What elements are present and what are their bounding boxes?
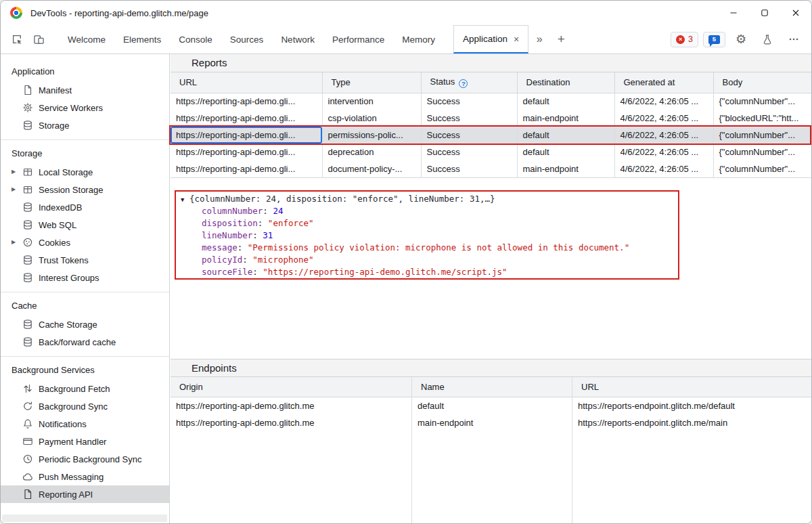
cell-type[interactable]: deprecation [322, 144, 421, 160]
cell-url[interactable]: https://reporting-api-demo.gli... [171, 160, 322, 177]
tab-application[interactable]: Application × [453, 25, 528, 53]
report-row[interactable]: https://reporting-api-demo.gli... docume… [171, 160, 811, 177]
cell-endpoint-origin[interactable]: https://reporting-api-demo.glitch.me [171, 397, 411, 414]
cell-endpoint-url[interactable]: https://reports-endpoint.glitch.me/defau… [572, 397, 811, 414]
cell-status[interactable]: Success [421, 110, 517, 127]
tab-sources[interactable]: Sources [221, 25, 273, 53]
sidebar-item-payment-handler[interactable]: Payment Handler [1, 433, 169, 450]
cell-status[interactable]: Success [421, 160, 517, 177]
cell-endpoint-name[interactable]: main-endpoint [412, 414, 572, 431]
sidebar-item-cache-storage[interactable]: Cache Storage [1, 315, 169, 333]
cell-destination[interactable]: default [517, 144, 614, 160]
cell-url[interactable]: https://reporting-api-demo.gli... [171, 93, 322, 110]
column-header-name[interactable]: Name [412, 377, 572, 397]
close-button[interactable] [780, 1, 811, 25]
tab-welcome[interactable]: Welcome [59, 25, 114, 53]
cell-generated-at[interactable]: 4/6/2022, 4:26:05 ... [614, 144, 713, 160]
cell-body[interactable]: {"columnNumber"... [713, 93, 811, 110]
sidebar-item-interest-groups[interactable]: Interest Groups [1, 269, 169, 286]
cell-destination[interactable]: default [517, 127, 614, 144]
sidebar-item-session-storage[interactable]: ▶ Session Storage [1, 181, 169, 198]
cell-generated-at[interactable]: 4/6/2022, 4:26:05 ... [614, 160, 713, 177]
report-row[interactable]: https://reporting-api-demo.gli... csp-vi… [171, 110, 811, 127]
cell-generated-at[interactable]: 4/6/2022, 4:26:05 ... [614, 127, 713, 144]
sidebar-item-notifications[interactable]: Notifications [1, 415, 169, 433]
report-row[interactable]: https://reporting-api-demo.gli... interv… [171, 93, 811, 110]
cell-body[interactable]: {"blockedURL":"htt... [713, 110, 811, 127]
maximize-button[interactable] [749, 1, 780, 25]
section-header-application: Application [1, 58, 169, 81]
sidebar-item-indexeddb[interactable]: IndexedDB [1, 198, 169, 216]
cell-generated-at[interactable]: 4/6/2022, 4:26:05 ... [614, 93, 713, 110]
cell-status[interactable]: Success [421, 127, 517, 144]
add-tab-icon[interactable]: + [550, 28, 572, 50]
cell-destination[interactable]: main-endpoint [517, 160, 614, 177]
tab-performance[interactable]: Performance [323, 25, 393, 53]
report-row-selected[interactable]: https://reporting-api-demo.gli... permis… [171, 127, 811, 144]
cell-endpoint-url[interactable]: https://reports-endpoint.glitch.me/main [572, 414, 811, 431]
inspect-icon[interactable] [6, 28, 28, 50]
issues-badge[interactable]: 5 [703, 32, 725, 47]
cell-endpoint-origin[interactable]: https://reporting-api-demo.glitch.me [171, 414, 411, 431]
column-header-status[interactable]: Status? [421, 72, 517, 93]
sidebar-item-service-workers[interactable]: Service Workers [1, 99, 169, 116]
sidebar-item-background-fetch[interactable]: Background Fetch [1, 380, 169, 397]
expand-arrow-icon[interactable]: ▶ [12, 187, 22, 192]
sidebar-item-local-storage[interactable]: ▶ Local Storage [1, 163, 169, 181]
sidebar-item-back-forward-cache[interactable]: Back/forward cache [1, 333, 169, 351]
expander-icon[interactable]: ▼ [181, 194, 189, 206]
close-tab-icon[interactable]: × [514, 35, 519, 44]
column-header-url[interactable]: URL [572, 377, 811, 397]
expand-arrow-icon[interactable]: ▶ [12, 169, 22, 175]
sidebar-item-push-messaging[interactable]: Push Messaging [1, 468, 169, 485]
cell-endpoint-name[interactable]: default [412, 397, 572, 414]
column-header-body[interactable]: Body [713, 72, 811, 93]
minimize-button[interactable] [718, 1, 749, 25]
report-row[interactable]: https://reporting-api-demo.gli... deprec… [171, 144, 811, 160]
preview-summary-line[interactable]: ▼{columnNumber: 24, disposition: "enforc… [181, 193, 811, 205]
cell-type[interactable]: intervention [322, 93, 421, 110]
cell-destination[interactable]: default [517, 93, 614, 110]
sidebar-item-storage[interactable]: Storage [1, 116, 169, 134]
sidebar-item-cookies[interactable]: ▶ Cookies [1, 234, 169, 251]
status-help-icon[interactable]: ? [459, 79, 468, 88]
gear-icon [22, 102, 33, 113]
cell-url[interactable]: https://reporting-api-demo.gli... [171, 110, 322, 127]
bell-icon [22, 418, 33, 429]
tab-console[interactable]: Console [170, 25, 221, 53]
sidebar-item-trust-tokens[interactable]: Trust Tokens [1, 251, 169, 269]
cell-type[interactable]: document-policy-... [322, 160, 421, 177]
experiments-icon[interactable] [757, 28, 778, 50]
cell-body[interactable]: {"columnNumber"... [713, 160, 811, 177]
cell-generated-at[interactable]: 4/6/2022, 4:26:05 ... [614, 110, 713, 127]
sidebar-item-web-sql[interactable]: Web SQL [1, 216, 169, 234]
cell-url[interactable]: https://reporting-api-demo.gli... [171, 127, 322, 144]
cell-type[interactable]: permissions-polic... [322, 127, 421, 144]
horizontal-scrollbar[interactable] [2, 515, 167, 522]
column-header-url[interactable]: URL [171, 72, 322, 93]
tab-network[interactable]: Network [272, 25, 323, 53]
cell-body[interactable]: {"columnNumber"... [713, 144, 811, 160]
more-tabs-icon[interactable]: » [528, 28, 550, 50]
column-header-origin[interactable]: Origin [171, 377, 411, 397]
cell-status[interactable]: Success [421, 144, 517, 160]
sidebar-item-manifest[interactable]: Manifest [1, 81, 169, 99]
sidebar-item-background-sync[interactable]: Background Sync [1, 397, 169, 415]
cell-destination[interactable]: main-endpoint [517, 110, 614, 127]
tab-memory[interactable]: Memory [393, 25, 444, 53]
cell-body[interactable]: {"columnNumber"... [713, 127, 811, 144]
sidebar-item-reporting-api[interactable]: Reporting API [1, 485, 169, 503]
cell-status[interactable]: Success [421, 93, 517, 110]
column-header-destination[interactable]: Destination [517, 72, 614, 93]
error-badge[interactable]: × 3 [671, 32, 698, 47]
column-header-type[interactable]: Type [322, 72, 421, 93]
more-options-icon[interactable] [783, 28, 805, 50]
cell-type[interactable]: csp-violation [322, 110, 421, 127]
sidebar-item-periodic-background-sync[interactable]: Periodic Background Sync [1, 450, 169, 468]
cell-url[interactable]: https://reporting-api-demo.gli... [171, 144, 322, 160]
expand-arrow-icon[interactable]: ▶ [12, 240, 22, 245]
tab-elements[interactable]: Elements [114, 25, 170, 53]
settings-icon[interactable]: ⚙ [730, 28, 752, 50]
device-toolbar-icon[interactable] [28, 28, 49, 50]
column-header-generated-at[interactable]: Generated at [614, 72, 713, 93]
